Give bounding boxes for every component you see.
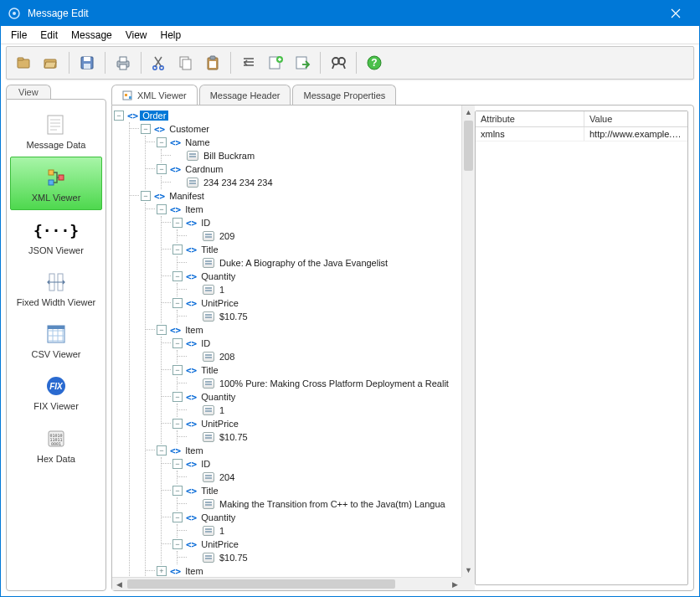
text-node-icon <box>187 178 198 188</box>
find-button[interactable] <box>326 50 351 75</box>
horizontal-scrollbar[interactable]: ◀▶ <box>112 577 461 590</box>
tree-value-node[interactable]: 1 <box>178 404 460 417</box>
collapse-icon[interactable]: − <box>172 392 183 402</box>
tree-value-node[interactable]: $10.75 <box>178 430 460 444</box>
help-button[interactable]: ? <box>362 50 387 75</box>
collapse-icon[interactable]: − <box>172 419 183 429</box>
menu-message[interactable]: Message <box>64 28 119 43</box>
tree-node-value: 1 <box>217 405 227 415</box>
tree-element-node[interactable]: −<>UnitPrice <box>162 417 460 430</box>
tree-value-node[interactable]: 204 <box>178 471 460 484</box>
tree-element-node[interactable]: +<>Item <box>146 564 460 577</box>
close-button[interactable] <box>659 5 692 22</box>
xml-tree[interactable]: −<>Order−<>Customer−<>Name Bill Buckram−… <box>112 106 461 577</box>
sidebar-item-xml-viewer[interactable]: XML Viewer <box>10 157 102 210</box>
export-button[interactable] <box>290 50 315 75</box>
sidebar-item-label: CSV Viewer <box>31 349 80 359</box>
text-node-icon <box>203 432 214 442</box>
tree-value-node[interactable]: Making the Transition from C++ to the Ja… <box>178 497 460 511</box>
copy-button[interactable] <box>173 50 198 75</box>
collapse-icon[interactable]: − <box>172 218 183 228</box>
menu-edit[interactable]: Edit <box>33 28 64 43</box>
sidebar-item-json-viewer[interactable]: {···}JSON Viewer <box>10 210 102 262</box>
tree-element-node[interactable]: −<>Quantity <box>162 390 460 404</box>
tree-value-node[interactable]: 100% Pure: Making Cross Platform Deploym… <box>178 377 460 390</box>
sidebar-item-fixed-width-viewer[interactable]: Fixed Width Viewer <box>10 262 102 314</box>
tree-element-node[interactable]: −<>Order <box>114 109 460 122</box>
tree-element-node[interactable]: −<>Cardnum <box>146 162 460 176</box>
tree-node-label: Quantity <box>198 271 238 281</box>
save-button[interactable] <box>75 50 100 75</box>
sidebar-tab[interactable]: View <box>6 85 51 99</box>
sidebar-item-fix-viewer[interactable]: FIXFIX Viewer <box>10 366 102 418</box>
collapse-icon[interactable]: − <box>157 445 167 455</box>
collapse-icon[interactable]: − <box>157 137 167 147</box>
fix-viewer-icon: FIX <box>43 373 69 399</box>
tree-element-node[interactable]: −<>UnitPrice <box>162 296 460 310</box>
tree-value-node[interactable]: 208 <box>178 350 460 363</box>
tree-element-node[interactable]: −<>UnitPrice <box>162 538 460 551</box>
sidebar-item-csv-viewer[interactable]: CSV Viewer <box>10 314 102 366</box>
sidebar-item-hex-data[interactable]: 01010110110001Hex Data <box>10 419 102 471</box>
collapse-icon[interactable]: − <box>157 164 167 174</box>
tree-element-node[interactable]: −<>ID <box>162 337 460 350</box>
tree-element-node[interactable]: −<>Title <box>162 363 460 377</box>
open-file-button[interactable] <box>12 50 37 75</box>
tree-element-node[interactable]: −<>Item <box>146 444 460 457</box>
collapse-icon[interactable]: − <box>172 539 183 549</box>
element-icon: <> <box>170 204 181 215</box>
menu-view[interactable]: View <box>119 28 154 43</box>
tree-node-value: Bill Buckram <box>201 151 257 161</box>
tree-element-node[interactable]: −<>Item <box>146 203 460 216</box>
tree-element-node[interactable]: −<>Title <box>162 484 460 497</box>
tree-value-node[interactable]: 209 <box>178 229 460 243</box>
collapse-icon[interactable]: − <box>157 204 167 214</box>
tree-value-node[interactable]: 1 <box>178 283 460 296</box>
collapse-icon[interactable]: − <box>172 486 183 496</box>
tab-message-header[interactable]: Message Header <box>199 85 291 105</box>
tree-value-node[interactable]: Bill Buckram <box>162 149 460 162</box>
collapse-icon[interactable]: − <box>157 325 167 335</box>
menu-help[interactable]: Help <box>154 28 188 43</box>
collapse-icon[interactable]: − <box>172 271 183 281</box>
collapse-icon[interactable]: − <box>172 298 183 308</box>
tree-value-node[interactable]: 1 <box>178 524 460 538</box>
tree-value-node[interactable]: $10.75 <box>178 551 460 564</box>
vertical-scrollbar[interactable]: ▲▼ <box>461 106 475 577</box>
outdent-button[interactable] <box>236 50 261 75</box>
tree-element-node[interactable]: −<>Title <box>162 243 460 256</box>
tree-element-node[interactable]: −<>Name <box>146 136 460 149</box>
tree-element-node[interactable]: −<>ID <box>162 216 460 229</box>
collapse-icon[interactable]: − <box>141 191 151 201</box>
cut-button[interactable] <box>147 50 172 75</box>
tree-element-node[interactable]: −<>Manifest <box>130 189 460 203</box>
tree-element-node[interactable]: −<>Quantity <box>162 270 460 283</box>
tab-xml-viewer[interactable]: XML Viewer <box>111 85 198 105</box>
tab-message-properties[interactable]: Message Properties <box>292 85 396 105</box>
add-node-button[interactable] <box>263 50 288 75</box>
tree-element-node[interactable]: −<>ID <box>162 457 460 471</box>
print-button[interactable] <box>111 50 136 75</box>
paste-button[interactable] <box>200 50 225 75</box>
tree-element-node[interactable]: −<>Customer <box>130 122 460 136</box>
collapse-icon[interactable]: − <box>172 365 183 375</box>
collapse-icon[interactable]: − <box>114 111 124 121</box>
collapse-icon[interactable]: − <box>141 124 151 134</box>
expand-icon[interactable]: + <box>157 566 167 576</box>
titlebar: Message Edit <box>1 1 699 26</box>
sidebar-item-message-data[interactable]: Message Data <box>10 105 102 157</box>
tree-value-node[interactable]: $10.75 <box>178 310 460 323</box>
collapse-icon[interactable]: − <box>172 459 183 469</box>
collapse-icon[interactable]: − <box>172 512 183 522</box>
tree-element-node[interactable]: −<>Item <box>146 323 460 337</box>
tree-value-node[interactable]: Duke: A Biography of the Java Evangelist <box>178 256 460 270</box>
open-folder-button[interactable] <box>39 50 64 75</box>
menu-file[interactable]: File <box>4 28 33 43</box>
collapse-icon[interactable]: − <box>172 244 183 255</box>
attr-header-attribute[interactable]: Attribute <box>476 111 584 126</box>
collapse-icon[interactable]: − <box>172 338 183 348</box>
attribute-row[interactable]: xmlnshttp://www.example.com... <box>476 127 687 142</box>
tree-value-node[interactable]: 234 234 234 234 <box>162 176 460 189</box>
attr-header-value[interactable]: Value <box>584 111 687 126</box>
tree-element-node[interactable]: −<>Quantity <box>162 511 460 524</box>
